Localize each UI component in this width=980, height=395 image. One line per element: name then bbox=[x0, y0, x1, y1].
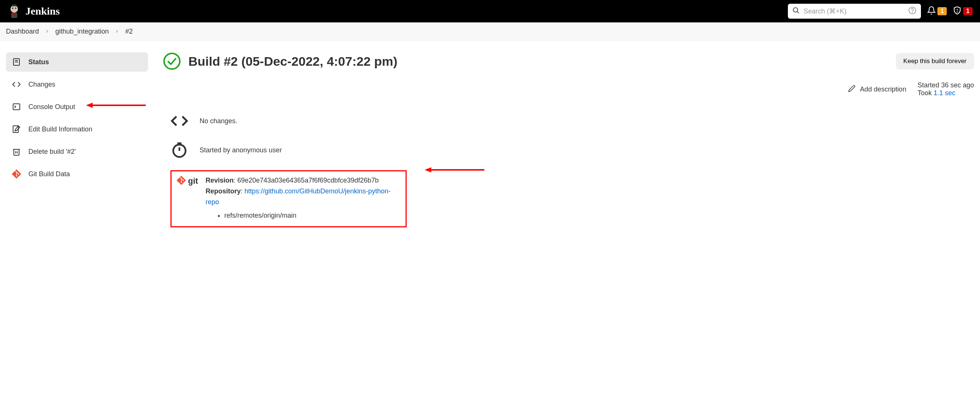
breadcrumbs: Dashboard github_integration #2 bbox=[0, 22, 980, 41]
sidebar-item-changes[interactable]: Changes bbox=[6, 75, 148, 94]
git-revision-row: Revision: 69e20e743a03e64365a7f6f69cdbfc… bbox=[205, 175, 400, 186]
chevron-right-icon bbox=[45, 28, 49, 35]
svg-point-19 bbox=[173, 144, 186, 157]
header-right: 1 1 bbox=[788, 4, 972, 19]
svg-line-6 bbox=[797, 11, 799, 13]
build-title: Build #2 (05-Dec-2022, 4:07:22 pm) bbox=[188, 54, 397, 69]
svg-rect-14 bbox=[13, 104, 20, 110]
app-name[interactable]: Jenkins bbox=[25, 5, 60, 17]
detail-changes: No changes. bbox=[170, 112, 974, 130]
sidebar-item-delete[interactable]: Delete build '#2' bbox=[6, 142, 148, 161]
timer-icon bbox=[170, 141, 188, 159]
bell-icon bbox=[927, 6, 936, 16]
svg-rect-4 bbox=[12, 5, 16, 6]
annotation-arrow-icon bbox=[425, 166, 484, 174]
git-build-data: git Revision: 69e20e743a03e64365a7f6f69c… bbox=[170, 170, 407, 227]
edit-icon bbox=[12, 125, 21, 134]
trash-icon bbox=[12, 147, 21, 156]
pencil-icon bbox=[848, 85, 856, 94]
sidebar-item-edit[interactable]: Edit Build Information bbox=[6, 119, 148, 139]
annotation-arrow-icon bbox=[86, 102, 146, 109]
notifications[interactable]: 1 bbox=[927, 6, 947, 16]
svg-marker-23 bbox=[425, 167, 431, 173]
sidebar-item-status[interactable]: Status bbox=[6, 52, 148, 72]
sidebar-item-git[interactable]: Git Build Data bbox=[6, 164, 148, 184]
sidebar-item-label: Git Build Data bbox=[29, 170, 70, 178]
shield-alert-icon bbox=[953, 6, 962, 16]
add-description-button[interactable]: Add description bbox=[848, 85, 906, 94]
git-content: Revision: 69e20e743a03e64365a7f6f69cdbfc… bbox=[205, 175, 400, 221]
title-row: Build #2 (05-Dec-2022, 4:07:22 pm) Keep … bbox=[163, 52, 974, 70]
svg-point-10 bbox=[957, 12, 958, 12]
git-icon bbox=[177, 176, 186, 186]
svg-point-5 bbox=[794, 8, 798, 12]
git-icon bbox=[12, 170, 21, 178]
sidebar-item-label: Delete build '#2' bbox=[29, 148, 76, 156]
changes-icon bbox=[12, 80, 21, 89]
sidebar-item-label: Status bbox=[29, 58, 49, 66]
took-text: Took 1.1 sec bbox=[918, 89, 974, 97]
svg-point-3 bbox=[15, 8, 16, 9]
title-left: Build #2 (05-Dec-2022, 4:07:22 pm) bbox=[163, 52, 397, 70]
svg-point-2 bbox=[12, 8, 13, 9]
git-logo-text: git bbox=[188, 176, 198, 186]
status-icon bbox=[12, 57, 21, 67]
alert-badge: 1 bbox=[963, 7, 972, 15]
search-input[interactable] bbox=[803, 8, 905, 15]
breadcrumb-dashboard[interactable]: Dashboard bbox=[6, 28, 39, 35]
breadcrumb-build[interactable]: #2 bbox=[125, 28, 133, 35]
notification-badge: 1 bbox=[937, 7, 947, 15]
svg-point-18 bbox=[164, 53, 180, 69]
search-icon bbox=[792, 7, 800, 16]
code-icon bbox=[170, 112, 188, 130]
add-description-label: Add description bbox=[860, 86, 906, 94]
sidebar-item-label: Edit Build Information bbox=[29, 125, 92, 133]
svg-point-8 bbox=[912, 12, 913, 12]
keep-build-button[interactable]: Keep this build forever bbox=[896, 53, 974, 70]
content: Status Changes Console Output Edit Build… bbox=[0, 41, 980, 239]
jenkins-logo-icon[interactable] bbox=[8, 4, 21, 19]
success-check-icon bbox=[163, 52, 181, 70]
started-by-text: Started by anonymous user bbox=[200, 146, 282, 154]
svg-marker-25 bbox=[86, 103, 93, 108]
chevron-right-icon bbox=[115, 28, 119, 35]
detail-cause: Started by anonymous user bbox=[170, 141, 974, 159]
duration-link[interactable]: 1.1 sec bbox=[934, 89, 955, 97]
alerts[interactable]: 1 bbox=[953, 6, 972, 16]
git-repository-row: Repository: https://github.com/GitHubDem… bbox=[205, 186, 400, 208]
git-logo: git bbox=[177, 176, 198, 186]
time-info: Started 36 sec ago Took 1.1 sec bbox=[918, 81, 974, 97]
git-ref: refs/remotes/origin/main bbox=[224, 210, 400, 221]
help-icon[interactable] bbox=[908, 6, 916, 16]
console-icon bbox=[12, 102, 21, 111]
header-left: Jenkins bbox=[8, 4, 60, 19]
header: Jenkins 1 bbox=[0, 0, 980, 22]
breadcrumb-project[interactable]: github_integration bbox=[55, 28, 109, 35]
sidebar-item-label: Changes bbox=[29, 81, 55, 89]
no-changes-text: No changes. bbox=[200, 117, 237, 125]
details: No changes. Started by anonymous user gi… bbox=[170, 112, 974, 227]
sidebar-item-label: Console Output bbox=[29, 103, 75, 111]
started-text: Started 36 sec ago bbox=[918, 81, 974, 89]
meta-row: Add description Started 36 sec ago Took … bbox=[163, 81, 974, 97]
git-revision-value: 69e20e743a03e64365a7f6f69cdbfce39df26b7b bbox=[237, 177, 379, 184]
sidebar: Status Changes Console Output Edit Build… bbox=[6, 52, 148, 227]
main: Build #2 (05-Dec-2022, 4:07:22 pm) Keep … bbox=[163, 52, 974, 227]
search-box[interactable] bbox=[788, 4, 921, 19]
